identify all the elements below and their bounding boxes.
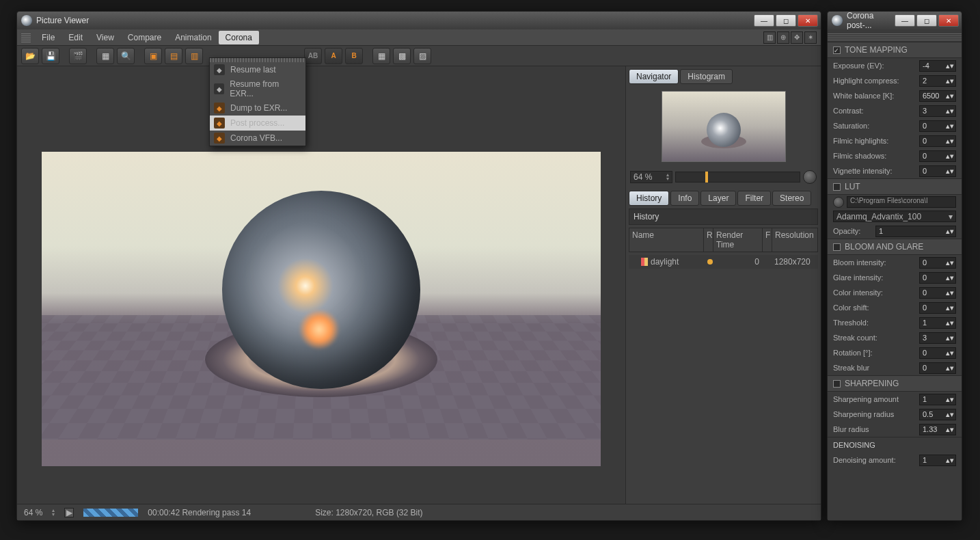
lut-path-field[interactable]: C:\Program Files\corona\l xyxy=(847,196,956,208)
expand-icon[interactable]: ⊕ xyxy=(777,31,789,44)
section-bloom[interactable]: BLOOM AND GLARE xyxy=(828,239,962,255)
section-tonemapping[interactable]: TONE MAPPING xyxy=(828,42,962,58)
bloom-spinner-5[interactable]: 3▴▾ xyxy=(919,332,956,344)
play-button[interactable]: ▶ xyxy=(64,508,74,517)
ab-compare-button[interactable]: AB xyxy=(304,48,322,64)
tonemapping-spinner-5[interactable]: 0▴▾ xyxy=(919,135,956,147)
tab-info[interactable]: Info xyxy=(670,191,699,206)
sharpen-spinner-2[interactable]: 1.33▴▾ xyxy=(919,424,956,435)
menuitem-dump-to-exr-[interactable]: ◆Dump to EXR... xyxy=(210,100,305,116)
lut-checkbox[interactable] xyxy=(833,183,841,191)
section-denoising[interactable]: DENOISING xyxy=(828,437,962,453)
search-button[interactable]: 🔍 xyxy=(117,48,135,64)
tonemapping-spinner-7[interactable]: 0▴▾ xyxy=(919,165,956,177)
a-button[interactable]: A xyxy=(325,48,342,64)
tonemapping-spinner-0[interactable]: -4▴▾ xyxy=(919,60,956,72)
side-maximize-button[interactable]: ◻ xyxy=(916,14,937,27)
history-row[interactable]: daylight 0 1280x720 xyxy=(629,255,818,269)
export-a-button[interactable]: ▣ xyxy=(144,48,162,64)
zoom-reset-button[interactable] xyxy=(803,170,817,184)
bloom-spinner-4[interactable]: 1▴▾ xyxy=(919,317,956,329)
sharpening-checkbox[interactable] xyxy=(833,380,841,388)
navigator-thumbnail[interactable] xyxy=(662,91,786,162)
bloom-spinner-3[interactable]: 0▴▾ xyxy=(919,302,956,314)
tab-navigator[interactable]: Navigator xyxy=(629,69,679,84)
bloom-spinner-7[interactable]: 0▴▾ xyxy=(919,362,956,374)
tab-layer[interactable]: Layer xyxy=(700,191,736,206)
tonemapping-checkbox[interactable] xyxy=(833,46,841,54)
move-icon[interactable]: ✥ xyxy=(791,31,803,44)
denoise-spinner-0[interactable]: 1▴▾ xyxy=(919,455,956,466)
settings-icon[interactable]: ✶ xyxy=(804,31,817,44)
menu-animation[interactable]: Animation xyxy=(168,31,218,44)
col-f[interactable]: F xyxy=(763,228,772,252)
filter1-button[interactable]: ▦ xyxy=(372,48,390,64)
grid-button[interactable]: ▦ xyxy=(96,48,114,64)
zoom-slider[interactable] xyxy=(675,172,800,183)
lut-browse-button[interactable] xyxy=(833,197,844,208)
section-lut[interactable]: LUT xyxy=(828,178,962,195)
bloom-spinner-0[interactable]: 0▴▾ xyxy=(919,257,956,269)
menu-edit[interactable]: Edit xyxy=(62,31,90,44)
menuitem-post-process-[interactable]: ◆Post process... xyxy=(210,116,305,131)
sharpen-row-0: Sharpening amount1▴▾ xyxy=(828,392,962,407)
col-rendertime[interactable]: Render Time xyxy=(713,228,763,252)
col-name[interactable]: Name xyxy=(629,228,704,252)
side-close-button[interactable]: ✕ xyxy=(938,14,959,27)
history-tabbar: HistoryInfoLayerFilterStereo xyxy=(629,191,818,206)
col-resolution[interactable]: Resolution xyxy=(772,228,817,252)
save-button[interactable]: 💾 xyxy=(42,48,59,64)
denoise-row-0: Denoising amount:1▴▾ xyxy=(828,453,962,468)
filter3-button[interactable]: ▨ xyxy=(413,48,431,64)
export-c-button[interactable]: ▥ xyxy=(185,48,203,64)
zoom-field[interactable]: 64 %▴▾ xyxy=(630,171,672,183)
lut-opacity-spinner[interactable]: 1▴▾ xyxy=(875,226,956,237)
tab-history[interactable]: History xyxy=(629,191,669,206)
open-button[interactable]: 📂 xyxy=(21,48,39,64)
sharpen-spinner-1[interactable]: 0.5▴▾ xyxy=(919,409,956,420)
bloom-spinner-6[interactable]: 0▴▾ xyxy=(919,347,956,359)
filter2-button[interactable]: ▩ xyxy=(393,48,411,64)
col-r[interactable]: R xyxy=(704,228,713,252)
panel-grip-icon[interactable] xyxy=(828,33,962,40)
menu-file[interactable]: File xyxy=(35,31,62,44)
b-button[interactable]: B xyxy=(345,48,363,64)
export-b-button[interactable]: ▤ xyxy=(165,48,182,64)
bloom-spinner-1[interactable]: 0▴▾ xyxy=(919,272,956,284)
lut-preset-combo[interactable]: Adanmq_Advantix_100▾ xyxy=(833,211,956,222)
maximize-button[interactable]: ◻ xyxy=(776,14,796,27)
render-viewport[interactable] xyxy=(17,66,625,504)
tonemapping-row-5: Filmic highlights:0▴▾ xyxy=(828,133,962,148)
status-zoom: 64 % xyxy=(24,508,42,517)
sharpen-spinner-0[interactable]: 1▴▾ xyxy=(919,394,956,405)
bloom-spinner-2[interactable]: 0▴▾ xyxy=(919,287,956,299)
section-sharpening[interactable]: SHARPENING xyxy=(828,375,962,392)
menu-icon: ◆ xyxy=(214,133,225,144)
tab-stereo[interactable]: Stereo xyxy=(772,191,811,206)
side-titlebar[interactable]: Corona post-... — ◻ ✕ xyxy=(828,12,962,29)
menu-view[interactable]: View xyxy=(90,31,121,44)
right-panel: Navigator Histogram 64 %▴▾ HistoryInfoLa… xyxy=(625,66,821,504)
side-minimize-button[interactable]: — xyxy=(895,14,915,27)
swatch-icon xyxy=(641,258,648,266)
minimize-button[interactable]: — xyxy=(754,14,774,27)
menu-compare[interactable]: Compare xyxy=(121,31,168,44)
tonemapping-spinner-4[interactable]: 0▴▾ xyxy=(919,120,956,132)
tonemapping-spinner-2[interactable]: 6500▴▾ xyxy=(919,90,956,102)
bloom-checkbox[interactable] xyxy=(833,243,841,251)
close-button[interactable]: ✕ xyxy=(798,14,818,27)
layout-icon[interactable]: ▥ xyxy=(763,31,776,44)
render-image xyxy=(42,152,601,466)
tab-histogram[interactable]: Histogram xyxy=(680,69,733,84)
zoom-stepper[interactable]: ▴▾ xyxy=(52,509,55,517)
navigator-tabbar: Navigator Histogram xyxy=(629,69,818,84)
menuitem-corona-vfb-[interactable]: ◆Corona VFB... xyxy=(210,131,305,146)
tab-filter[interactable]: Filter xyxy=(737,191,771,206)
titlebar[interactable]: Picture Viewer — ◻ ✕ xyxy=(17,12,821,29)
sharpen-row-1: Sharpening radius0.5▴▾ xyxy=(828,407,962,422)
tonemapping-spinner-1[interactable]: 2▴▾ xyxy=(919,75,956,87)
menu-corona[interactable]: Corona xyxy=(219,31,259,44)
tonemapping-spinner-6[interactable]: 0▴▾ xyxy=(919,150,956,162)
tonemapping-spinner-3[interactable]: 3▴▾ xyxy=(919,105,956,117)
clapper-button[interactable]: 🎬 xyxy=(69,48,87,64)
